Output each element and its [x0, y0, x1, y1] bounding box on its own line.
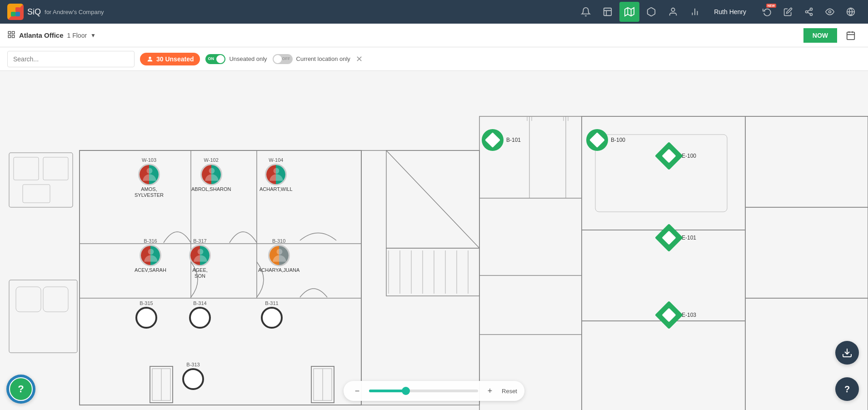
seat-name-w-103: AMOS, SYLVESTER	[135, 186, 164, 198]
unseated-badge[interactable]: 30 Unseated	[140, 53, 200, 65]
seat-marker-w-103[interactable]: W-103AMOS, SYLVESTER	[135, 157, 164, 198]
seat-marker-b-311[interactable]: B-311	[261, 300, 283, 329]
seat-id-b-315: B-315	[140, 300, 153, 306]
person-circle	[268, 245, 290, 266]
seat-id-w-103: W-103	[142, 157, 156, 163]
map-container: W-103AMOS, SYLVESTERW-102ABROL,SHARONW-1…	[0, 71, 868, 410]
seat-id-w-104: W-104	[269, 157, 283, 163]
download-button[interactable]	[835, 341, 859, 365]
edit-icon[interactable]	[778, 2, 798, 22]
room-marker-b101[interactable]: B-101	[482, 129, 521, 151]
zoom-plus-button[interactable]: +	[484, 385, 496, 397]
person-svg	[202, 165, 222, 185]
room-diamond-e100	[655, 142, 683, 170]
svg-point-13	[806, 11, 808, 13]
zoom-handle[interactable]	[402, 387, 410, 395]
new-feature-icon[interactable]: NEW	[757, 2, 777, 22]
seat-id-b-317: B-317	[193, 238, 206, 244]
person-svg	[140, 165, 160, 185]
room-marker-e100[interactable]: E-100	[659, 146, 696, 166]
help-icon: ?	[18, 383, 24, 395]
company-label: for Andrew's Company	[45, 9, 104, 15]
seat-marker-b-315[interactable]: B-315	[135, 300, 157, 329]
seat-name-b-316: ACEV,SARAH	[135, 267, 166, 273]
top-nav: SiQ for Andrew's Company Ruth Henry NEW	[0, 0, 868, 24]
person-nav-icon[interactable]	[663, 2, 683, 22]
office-name: Atlanta Office	[19, 31, 64, 39]
filter-bar: 30 Unseated ON Unseated only OFF Current…	[0, 47, 868, 71]
filter-close-button[interactable]: ✕	[356, 54, 363, 64]
zoom-bar: − + Reset	[344, 381, 524, 401]
toggle-off-text: OFF	[282, 56, 290, 61]
seat-marker-b-317[interactable]: B-317AGEE, SON	[189, 238, 211, 279]
svg-rect-0	[11, 7, 15, 12]
seat-marker-b-310[interactable]: B-310ACHARYA,JUANA	[258, 238, 299, 273]
svg-rect-2	[11, 12, 15, 16]
floor-plan-svg	[0, 71, 868, 410]
zoom-minus-button[interactable]: −	[351, 385, 364, 397]
svg-point-28	[149, 56, 151, 59]
seat-id-b-311: B-311	[265, 300, 278, 306]
svg-rect-23	[12, 35, 15, 37]
seat-name-b-310: ACHARYA,JUANA	[258, 267, 299, 273]
svg-rect-20	[8, 31, 10, 34]
box-nav-icon[interactable]	[641, 2, 661, 22]
seat-marker-w-102[interactable]: W-102ABROL,SHARON	[191, 157, 231, 192]
support-button[interactable]: ?	[835, 377, 859, 401]
room-marker-b100[interactable]: B-100	[586, 129, 625, 151]
help-button[interactable]: ?	[6, 375, 35, 404]
person-svg	[269, 246, 289, 266]
room-diamond-e101	[655, 224, 683, 252]
room-marker-e103[interactable]: E-103	[659, 305, 696, 325]
building-nav-icon[interactable]	[598, 2, 618, 22]
now-button[interactable]: NOW	[803, 28, 837, 43]
svg-point-8	[672, 8, 675, 11]
toggle-knob	[216, 55, 224, 63]
room-label-b100: B-100	[611, 137, 625, 143]
map-nav-icon[interactable]	[619, 2, 639, 22]
svg-line-15	[808, 12, 810, 14]
user-name: Ruth Henry	[714, 8, 746, 15]
calendar-button[interactable]	[841, 25, 861, 45]
empty-seat-ring	[189, 307, 211, 329]
room-marker-e101[interactable]: E-101	[659, 228, 696, 248]
svg-rect-21	[12, 31, 15, 34]
alert-nav-icon[interactable]	[576, 2, 596, 22]
zoom-reset-button[interactable]: Reset	[502, 388, 517, 395]
svg-point-80	[274, 168, 279, 174]
unseated-only-toggle[interactable]: ON	[205, 54, 225, 64]
seat-marker-b-314[interactable]: B-314	[189, 300, 211, 329]
app-name: SiQ	[27, 7, 41, 17]
svg-point-79	[209, 168, 215, 174]
seat-name-w-104: ACHART,WILL	[259, 186, 293, 192]
svg-rect-3	[15, 12, 20, 16]
toggle-knob-2	[274, 55, 282, 63]
room-diamond-e103	[655, 301, 683, 329]
seat-marker-b-313[interactable]: B-313	[182, 362, 204, 390]
building-sub-icon	[7, 30, 15, 40]
person-svg	[141, 246, 161, 266]
room-label-e103: E-103	[682, 312, 696, 318]
globe-icon[interactable]	[841, 2, 861, 22]
seat-marker-b-316[interactable]: B-316ACEV,SARAH	[135, 238, 166, 273]
seat-marker-w-104[interactable]: W-104ACHART,WILL	[259, 157, 293, 192]
seat-id-w-102: W-102	[204, 157, 219, 163]
view-icon[interactable]	[820, 2, 840, 22]
person-svg	[266, 165, 286, 185]
unseated-only-label: Unseated only	[229, 55, 267, 62]
logo-icon	[7, 4, 24, 20]
share-icon[interactable]	[799, 2, 819, 22]
zoom-slider[interactable]	[369, 390, 478, 392]
svg-rect-24	[847, 32, 855, 40]
svg-rect-4	[604, 8, 612, 16]
floor-dropdown[interactable]: ▼	[90, 32, 96, 39]
search-input[interactable]	[7, 51, 135, 67]
current-location-toggle[interactable]: OFF	[273, 54, 293, 64]
svg-point-83	[276, 249, 282, 255]
chart-nav-icon[interactable]	[685, 2, 705, 22]
person-circle	[189, 245, 211, 266]
person-circle	[265, 164, 287, 185]
svg-line-16	[808, 10, 810, 11]
svg-point-78	[147, 168, 153, 174]
room-circle-b100	[586, 129, 608, 151]
